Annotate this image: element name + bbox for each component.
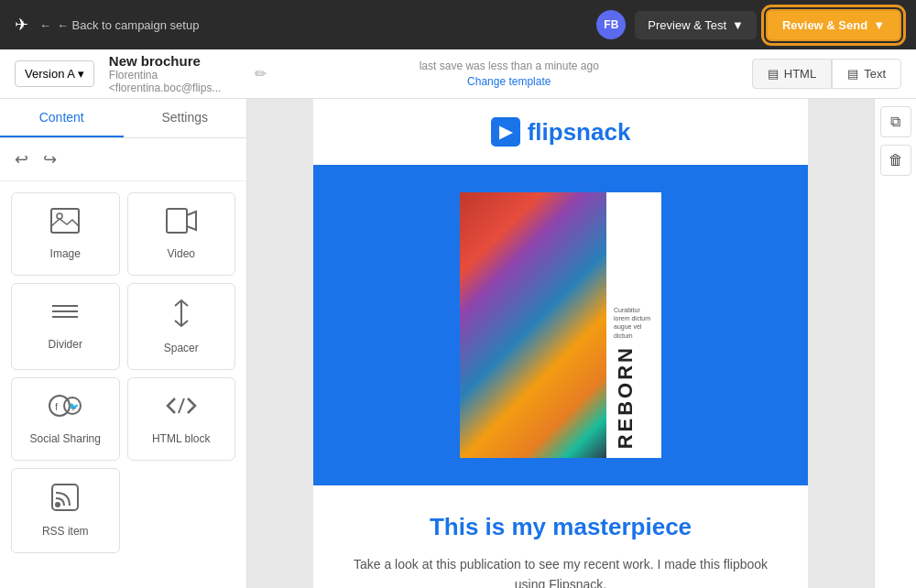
- sub-header: Version A ▾ New brochure Florentina <flo…: [0, 49, 916, 99]
- document-subtitle: Florentina <florentina.boc@flips...: [109, 69, 233, 94]
- email-headline: This is my masterpiece: [350, 513, 771, 541]
- view-toggle: ▤ HTML ▤ Text: [752, 59, 901, 89]
- block-image[interactable]: Image: [11, 192, 120, 276]
- undo-button[interactable]: ↩: [11, 146, 32, 173]
- book-subtitle: Curabitur lorem dictum augue vel dictum: [614, 306, 654, 339]
- tab-settings[interactable]: Settings: [124, 99, 247, 137]
- preview-dropdown-arrow: ▼: [732, 18, 744, 32]
- block-video[interactable]: Video: [127, 192, 236, 276]
- logo-text: flipsnack: [528, 118, 631, 147]
- book-title: REBORN: [614, 345, 654, 449]
- spacer-icon: [169, 299, 193, 334]
- nav-left: ✈ ← ← Back to campaign setup: [15, 15, 199, 35]
- back-arrow-icon: ←: [39, 18, 51, 32]
- image-icon: [50, 208, 80, 240]
- document-info: New brochure Florentina <florentina.boc@…: [109, 53, 233, 94]
- main-layout: Content Settings ↩ ↪: [0, 99, 916, 588]
- avatar[interactable]: FB: [596, 10, 626, 39]
- block-divider[interactable]: Divider: [11, 283, 120, 370]
- email-text-section: This is my masterpiece Take a look at th…: [313, 485, 808, 588]
- rss-label: RSS item: [42, 525, 89, 538]
- back-link[interactable]: ← ← Back to campaign setup: [39, 18, 199, 32]
- review-send-label: Review & Send: [782, 18, 867, 32]
- rss-icon: [51, 484, 79, 517]
- block-social-sharing[interactable]: f 🐦 Social Sharing: [11, 377, 120, 461]
- svg-text:🐦: 🐦: [69, 401, 80, 412]
- delete-button[interactable]: 🗑: [880, 145, 911, 176]
- copy-icon: ⧉: [890, 114, 900, 130]
- flipsnack-logo: ▶ flipsnack: [332, 117, 790, 147]
- review-dropdown-arrow: ▼: [873, 18, 885, 32]
- social-sharing-icon: f 🐦: [49, 393, 82, 425]
- right-tools-panel: ⧉ 🗑: [874, 99, 916, 588]
- email-body-text: Take a look at this publication to see m…: [350, 554, 771, 588]
- email-canvas: ▶ flipsnack Curabitur lorem dictum augue…: [247, 99, 874, 588]
- svg-point-13: [55, 502, 60, 507]
- svg-line-11: [179, 398, 184, 413]
- tab-content[interactable]: Content: [0, 99, 124, 137]
- html-block-icon: [166, 393, 197, 425]
- review-send-button[interactable]: Review & Send ▼: [766, 9, 901, 41]
- version-label: Version A ▾: [25, 67, 84, 81]
- email-logo-header: ▶ flipsnack: [313, 99, 808, 165]
- nav-right: FB Preview & Test ▼ Review & Send ▼: [596, 9, 901, 41]
- preview-test-label: Preview & Test: [648, 18, 726, 32]
- undo-icon: ↩: [15, 150, 28, 169]
- block-rss[interactable]: RSS item: [11, 468, 120, 553]
- text-view-button[interactable]: ▤ Text: [832, 59, 901, 89]
- document-title: New brochure: [109, 53, 233, 69]
- svg-rect-2: [167, 209, 187, 233]
- change-template-link[interactable]: Change template: [467, 75, 551, 88]
- app-logo: ✈: [15, 15, 28, 35]
- divider-label: Divider: [49, 338, 82, 351]
- logo-icon: ▶: [491, 117, 520, 147]
- book-cover: Curabitur lorem dictum augue vel dictum …: [460, 192, 661, 458]
- email-preview: ▶ flipsnack Curabitur lorem dictum augue…: [313, 99, 808, 588]
- blocks-grid: Image Video: [0, 181, 246, 564]
- html-block-label: HTML block: [152, 432, 211, 445]
- block-html[interactable]: HTML block: [127, 377, 236, 461]
- redo-icon: ↪: [43, 150, 57, 169]
- undo-redo-toolbar: ↩ ↪: [0, 138, 246, 181]
- svg-text:f: f: [55, 401, 59, 412]
- edit-icon[interactable]: ✏: [255, 65, 267, 82]
- preview-test-button[interactable]: Preview & Test ▼: [635, 11, 757, 39]
- save-status: last save was less than a minute ago: [420, 60, 599, 72]
- panel-tabs: Content Settings: [0, 99, 246, 138]
- email-banner: Curabitur lorem dictum augue vel dictum …: [313, 165, 808, 485]
- top-nav: ✈ ← ← Back to campaign setup FB Preview …: [0, 0, 916, 49]
- back-label[interactable]: ← Back to campaign setup: [57, 18, 199, 32]
- social-sharing-label: Social Sharing: [30, 432, 101, 445]
- text-label: Text: [864, 67, 886, 81]
- html-icon: ▤: [768, 67, 779, 81]
- left-panel: Content Settings ↩ ↪: [0, 99, 247, 588]
- image-label: Image: [50, 247, 81, 260]
- block-spacer[interactable]: Spacer: [127, 283, 236, 370]
- delete-icon: 🗑: [889, 152, 903, 169]
- html-label: HTML: [784, 67, 816, 81]
- version-selector[interactable]: Version A ▾: [15, 60, 94, 87]
- divider-icon: [50, 299, 80, 331]
- html-view-button[interactable]: ▤ HTML: [752, 59, 832, 89]
- video-label: Video: [168, 247, 195, 260]
- copy-button[interactable]: ⧉: [880, 106, 911, 137]
- svg-rect-0: [51, 209, 79, 233]
- book-art: [460, 192, 606, 458]
- text-icon: ▤: [847, 67, 858, 81]
- book-spine: Curabitur lorem dictum augue vel dictum …: [606, 192, 661, 458]
- spacer-label: Spacer: [164, 342, 199, 354]
- save-status-area: last save was less than a minute ago Cha…: [420, 60, 599, 89]
- redo-button[interactable]: ↪: [39, 146, 60, 173]
- video-icon: [166, 208, 197, 240]
- avatar-initials: FB: [604, 18, 618, 31]
